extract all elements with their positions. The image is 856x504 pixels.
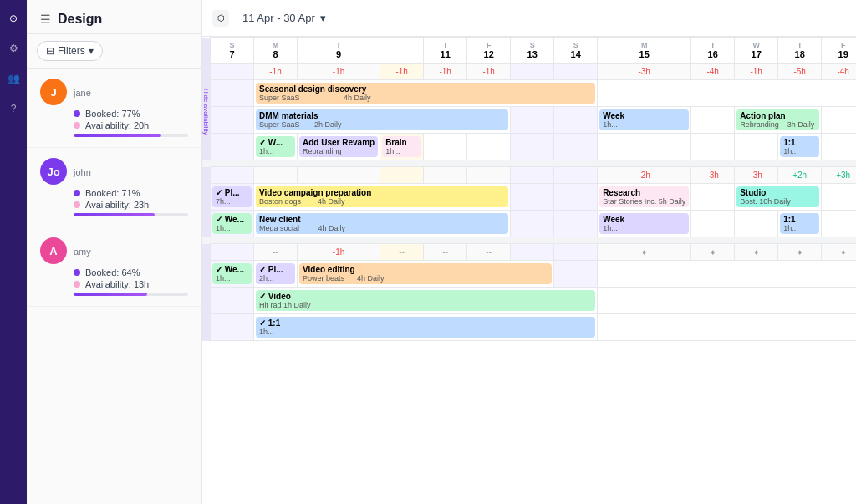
event-week-1h-1[interactable]: Week1h... — [599, 109, 689, 130]
jane-hours-s7 — [211, 64, 254, 80]
nav-gear-icon[interactable]: ⚙ — [5, 40, 22, 57]
divider-row-2 — [202, 237, 856, 244]
nav-users-icon[interactable]: 👥 — [5, 70, 22, 87]
jane-seasonal-cell: Seasonal design discovery Super SaaS 4h … — [254, 80, 598, 107]
event-video-hit-rad[interactable]: ✓ VideoHit rad 1h Daily — [256, 290, 595, 311]
jane-f19-ev2 — [822, 107, 856, 134]
jane-dmm-cell: DMM materials Super SaaS 2h Daily — [254, 107, 511, 134]
event-studio[interactable]: Studio Bost. 10h Daily — [736, 186, 819, 207]
user-stats-amy: Booked: 64% Availability: 13h — [74, 267, 188, 296]
jane-action-plan-cell: Action plan Rebranding 3h Daily — [735, 107, 822, 134]
filters-button[interactable]: ⊟ Filters ▾ — [37, 41, 103, 61]
col-header-s14: S14 — [554, 38, 598, 64]
hide-avail-bar[interactable]: Hide availability — [202, 64, 211, 160]
amy-hours-t16: ♦ — [691, 244, 735, 261]
john-studio-cell: Studio Bost. 10h Daily — [735, 184, 822, 211]
john-hours-f19: +3h — [822, 167, 856, 184]
nav-help-icon[interactable]: ? — [5, 100, 22, 117]
user-row-amy: A amy — [40, 237, 188, 264]
calendar-container[interactable]: S7 M8 T9 W10 T11 F12 S13 S14 M15 — [202, 37, 856, 504]
event-add-user-revamp[interactable]: Add User Revamp Rebranding — [299, 136, 378, 157]
avail-dot-jane — [74, 122, 80, 129]
user-item-john: Jo john Booked: 71% Availability: 23h — [27, 148, 201, 227]
event-1-1[interactable]: 1:11h... — [780, 136, 819, 157]
event-video-campaign[interactable]: Video campaign preparation Boston dogs 4… — [256, 186, 508, 207]
amy-hours-m8: -- — [254, 244, 298, 261]
amy-s14-ev1 — [554, 261, 598, 288]
event-new-client[interactable]: New client Mega social 4h Daily — [256, 213, 508, 234]
col-header-m15: M15 — [598, 38, 691, 64]
event-video-editing[interactable]: Video editing Power beats 4h Daily — [299, 263, 552, 284]
col-header-t18: T18 — [778, 38, 822, 64]
avail-label-john: Availability: 23h — [85, 200, 149, 210]
avail-label-jane: Availability: 20h — [85, 120, 149, 130]
sidebar: ☰ Design ⊟ Filters ▾ J jane Booked: 77% — [27, 0, 202, 504]
divider-cell-1 — [202, 160, 856, 167]
john-hours-t9: -- — [298, 167, 380, 184]
event-action-plan[interactable]: Action plan Rebranding 3h Daily — [736, 109, 819, 130]
chevron-down-icon: ▾ — [320, 12, 326, 24]
amy-m15-ev3 — [598, 314, 856, 341]
divider-row-1 — [202, 160, 856, 167]
event-amy-we-1h[interactable]: ✓ We...1h... — [212, 263, 252, 284]
jane-hours-f12: -1h — [467, 64, 511, 80]
expand-button[interactable]: ⬡ — [212, 10, 229, 27]
john-hours-t16: -3h — [691, 167, 735, 184]
amy-events-row3: ✓ 1:11h... — [202, 314, 856, 341]
jane-events-row1: Seasonal design discovery Super SaaS 4h … — [202, 80, 856, 107]
avatar-amy[interactable]: A — [40, 237, 67, 264]
amy-hours-f19: ♦ — [822, 244, 856, 261]
amy-hours-s13 — [511, 244, 554, 261]
john-s7-ev2: ✓ We...1h... — [211, 211, 254, 237]
john-hours-t18: +2h — [778, 167, 822, 184]
jane-s7-ev1 — [211, 80, 254, 107]
event-seasonal-design[interactable]: Seasonal design discovery Super SaaS 4h … — [256, 83, 595, 104]
amy-m15-span — [598, 261, 856, 288]
app-title: Design — [58, 12, 102, 27]
event-brain[interactable]: Brain1h... — [382, 136, 421, 157]
booked-dot-amy — [74, 269, 80, 276]
avatar-john[interactable]: Jo — [40, 158, 67, 185]
user-item-jane: J jane Booked: 77% Availability: 20h — [27, 69, 201, 148]
amy-hours-w17: ♦ — [735, 244, 778, 261]
event-week-1h-john[interactable]: Week1h... — [599, 213, 689, 234]
user-name-amy: amy — [74, 245, 91, 257]
event-1-1-amy[interactable]: ✓ 1:11h... — [256, 317, 595, 338]
col-header-t16: T16 — [691, 38, 735, 64]
john-f19-ev1 — [822, 184, 856, 211]
amy-hours-t18: ♦ — [778, 244, 822, 261]
event-research[interactable]: Research Star Stories Inc. 5h Daily — [599, 186, 689, 207]
avatar-jane[interactable]: J — [40, 79, 67, 105]
amy-1-1-cell: ✓ 1:11h... — [254, 314, 598, 341]
john-s13-ev2 — [511, 211, 554, 237]
date-range-selector[interactable]: 11 Apr - 30 Apr ▾ — [242, 12, 326, 24]
user-name-jane: jane — [74, 86, 91, 98]
filter-bar: ⊟ Filters ▾ — [27, 34, 201, 69]
amy-hours-s7 — [211, 244, 254, 261]
col-header-s13: S13 — [511, 38, 554, 64]
event-amy-pl-2h[interactable]: ✓ Pl...2h... — [256, 263, 295, 284]
progress-fill-john — [74, 213, 155, 216]
john-events-row2: ✓ We...1h... New client Mega social 4h D… — [202, 211, 856, 237]
avail-dot-amy — [74, 281, 80, 288]
user-stats-jane: Booked: 77% Availability: 20h — [74, 109, 188, 137]
john-t18-ev2: 1:11h... — [778, 211, 822, 237]
event-dmm-materials[interactable]: DMM materials Super SaaS 2h Daily — [256, 109, 508, 130]
event-1-1-john[interactable]: 1:11h... — [780, 213, 819, 234]
amy-hours-s14 — [554, 244, 598, 261]
amy-hours-m15: ♦ — [598, 244, 691, 261]
event-john-we-1h[interactable]: ✓ We...1h... — [212, 213, 252, 234]
jane-w17-ev3 — [735, 134, 778, 160]
avail-label-amy: Availability: 13h — [85, 279, 149, 289]
john-s14-ev2 — [554, 211, 598, 237]
john-hours-t11: -- — [424, 167, 467, 184]
john-t16-ev2 — [691, 211, 735, 237]
event-john-pl-7h[interactable]: ✓ Pl...7h... — [212, 186, 252, 207]
filters-label: Filters — [58, 45, 85, 57]
menu-icon[interactable]: ☰ — [40, 13, 51, 26]
event-w-1h[interactable]: ✓ W...1h... — [256, 136, 295, 157]
avail-dot-john — [74, 201, 80, 208]
john-s13-ev1 — [511, 184, 554, 211]
john-m15-ev1: Research Star Stories Inc. 5h Daily — [598, 184, 691, 211]
nav-clock-icon[interactable]: ⊙ — [5, 10, 22, 27]
